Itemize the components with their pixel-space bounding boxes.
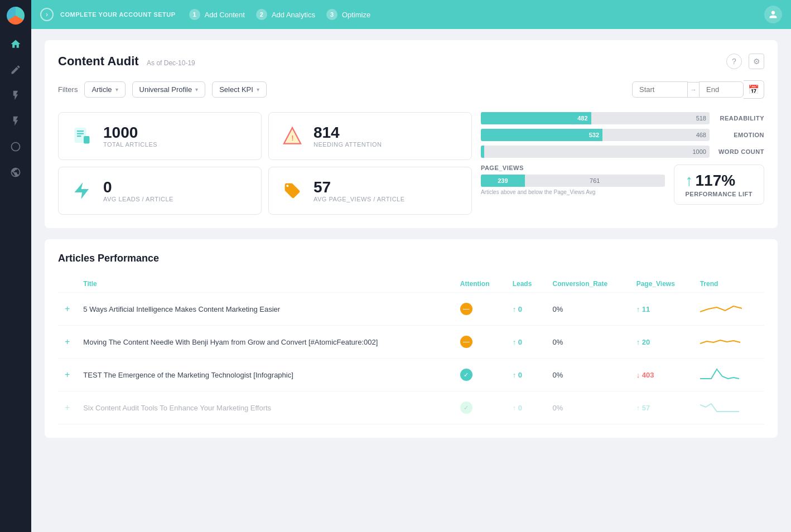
stat-articles-text: 1000 TOTAL ARTICLES [103, 124, 157, 148]
articles-performance-title: Articles Performance [58, 253, 764, 264]
avg-pv-label: AVG PAGE_VIEWS / ARTICLE [313, 196, 405, 202]
stat-pv-text: 57 AVG PAGE_VIEWS / ARTICLE [313, 179, 405, 203]
row-1-attention: — [454, 293, 506, 326]
row-1-add-btn[interactable]: + [65, 304, 70, 313]
audit-header: Content Audit As of Dec-10-19 ? ⚙ [58, 54, 764, 69]
attention-orange-icon-1: — [460, 303, 472, 315]
end-date-input[interactable] [699, 81, 744, 98]
step-3-number: 3 [326, 9, 337, 20]
wordcount-label: WORD COUNT [714, 148, 764, 155]
col-attention: Attention [454, 275, 506, 293]
setup-text: COMPLETE YOUR ACCOUNT SETUP [60, 11, 176, 18]
col-trend: Trend [693, 275, 764, 293]
sidebar-item-circle[interactable] [9, 141, 22, 153]
content-type-chevron: ▾ [115, 86, 118, 93]
emotion-bar-row: 532 468 EMOTION [481, 129, 764, 141]
pageviews-icon [280, 178, 305, 203]
sidebar-item-bolt1[interactable] [9, 89, 22, 101]
emotion-bar-remaining: 468 [602, 129, 710, 141]
row-2-conversion: 0% [546, 326, 629, 359]
articles-performance-card: Articles Performance Title Attention Lea… [45, 239, 778, 438]
kpi-filter[interactable]: Select KPI ▾ [212, 81, 267, 98]
row-2-leads: 0 [506, 326, 546, 359]
col-add [58, 275, 76, 293]
row-1-leads: 0 [506, 293, 546, 326]
step-1-label: Add Content [205, 11, 245, 19]
audit-title: Content Audit [58, 54, 139, 68]
wordcount-bar-row: 1000 WORD COUNT [481, 146, 764, 158]
calendar-icon[interactable]: 📅 [744, 80, 764, 99]
leads-icon [70, 178, 94, 203]
stats-4-grid: 1000 TOTAL ARTICLES ! 814 NEEDING ATTENT… [58, 112, 472, 215]
emotion-bar-fill: 532 [481, 129, 602, 141]
table-row: + TEST The Emergence of the Marketing Te… [58, 359, 764, 391]
col-conversion: Conversion_Rate [546, 275, 629, 293]
stat-leads-text: 0 AVG LEADS / ARTICLE [103, 179, 173, 203]
table-body: + 5 Ways Artificial Intelligence Makes C… [58, 293, 764, 424]
row-4-conversion: 0% [546, 391, 629, 424]
sidebar-item-bolt2[interactable] [9, 115, 22, 127]
total-articles-value: 1000 [103, 124, 157, 142]
user-avatar[interactable] [764, 6, 782, 23]
row-3-add-btn[interactable]: + [65, 370, 70, 379]
table-header-row: Title Attention Leads Conversion_Rate Pa… [58, 275, 764, 293]
step-2-label: Add Analytics [272, 11, 315, 19]
help-icon-btn[interactable]: ? [726, 54, 742, 69]
row-3-conversion: 0% [546, 359, 629, 391]
content-type-filter[interactable]: Article ▾ [84, 81, 125, 98]
attention-icon: ! [280, 124, 305, 148]
sidebar [0, 0, 31, 532]
pv-left: PAGE_VIEWS 239 761 Articles above and be… [481, 165, 665, 205]
pv-section-label: PAGE_VIEWS [481, 165, 665, 171]
pv-note: Articles above and below the Page_Views … [481, 189, 665, 195]
row-3-leads: 0 [506, 359, 546, 391]
row-2-attention: — [454, 326, 506, 359]
audit-header-icons: ? ⚙ [726, 54, 764, 69]
topbar-step-1[interactable]: 1 Add Content [189, 9, 245, 20]
sidebar-item-edit[interactable] [9, 64, 22, 76]
avg-pv-value: 57 [313, 179, 405, 196]
row-1-conversion: 0% [546, 293, 629, 326]
stats-charts-grid: 1000 TOTAL ARTICLES ! 814 NEEDING ATTENT… [58, 112, 764, 215]
topbar: › COMPLETE YOUR ACCOUNT SETUP 1 Add Cont… [31, 0, 791, 29]
row-4-trend [693, 391, 764, 424]
svg-rect-1 [84, 136, 90, 144]
row-4-add-btn[interactable]: + [65, 403, 70, 412]
needing-attention-label: NEEDING ATTENTION [313, 141, 382, 148]
row-3-attention: ✓ [454, 359, 506, 391]
perf-lift-value: ↑117% [686, 172, 736, 190]
start-date-input[interactable] [632, 81, 688, 98]
topbar-step-3[interactable]: 3 Optimize [326, 9, 370, 20]
row-2-add-btn[interactable]: + [65, 337, 70, 346]
topbar-chevron-btn[interactable]: › [40, 8, 54, 21]
readability-bar-fill: 482 [481, 112, 591, 124]
row-4-attention: ✓ [454, 391, 506, 424]
profile-filter[interactable]: Universal Profile ▾ [132, 81, 206, 98]
stat-total-articles: 1000 TOTAL ARTICLES [58, 112, 262, 160]
sidebar-item-home[interactable] [9, 38, 22, 50]
emotion-label: EMOTION [714, 132, 764, 138]
step-3-label: Optimize [342, 11, 370, 19]
date-arrow-icon: → [688, 82, 699, 98]
filters-row: Filters Article ▾ Universal Profile ▾ Se… [58, 80, 764, 99]
topbar-step-2[interactable]: 2 Add Analytics [256, 9, 315, 20]
filters-label: Filters [58, 85, 78, 94]
row-2-pageviews: 20 [630, 326, 693, 359]
filter-icon-btn[interactable]: ⚙ [749, 54, 764, 69]
audit-card: Content Audit As of Dec-10-19 ? ⚙ Filter… [45, 40, 778, 228]
perf-lift-label: PERFORMANCE LIFT [686, 191, 753, 197]
pv-bar-right: 761 [525, 175, 665, 187]
charts-right: 482 518 READABILITY 532 468 EMOTION [481, 112, 764, 215]
stat-avg-pageviews: 57 AVG PAGE_VIEWS / ARTICLE [268, 167, 472, 215]
row-1-pageviews: 11 [630, 293, 693, 326]
sidebar-item-globe[interactable] [9, 166, 22, 178]
readability-label: READABILITY [714, 115, 764, 122]
emotion-bar-container: 532 468 [481, 129, 710, 141]
pv-section: PAGE_VIEWS 239 761 Articles above and be… [481, 165, 764, 205]
performance-lift-card: ↑117% PERFORMANCE LIFT [674, 165, 764, 205]
app-logo[interactable] [7, 7, 25, 25]
readability-bar-container: 482 518 [481, 112, 710, 124]
step-1-number: 1 [189, 9, 200, 20]
row-4-title: Six Content Audit Tools To Enhance Your … [76, 391, 454, 424]
stat-attention-text: 814 NEEDING ATTENTION [313, 124, 382, 148]
